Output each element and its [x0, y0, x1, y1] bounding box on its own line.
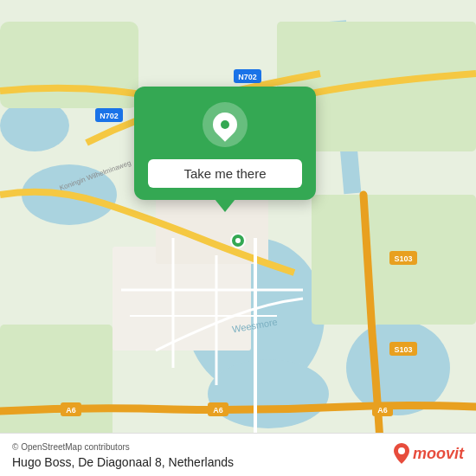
svg-text:N702: N702	[238, 73, 257, 81]
location-pin-icon	[208, 107, 242, 142]
svg-text:A6: A6	[66, 406, 76, 415]
moovit-pin-icon	[394, 443, 409, 464]
map-container: N702 N702 S103 S103 A6 A6 A6 Weesmore Ko…	[0, 0, 476, 476]
moovit-brand-text: moovit	[413, 445, 464, 463]
take-me-there-button[interactable]: Take me there	[148, 159, 302, 188]
svg-text:S103: S103	[394, 345, 412, 354]
svg-rect-7	[0, 22, 138, 108]
svg-text:A6: A6	[377, 406, 388, 415]
svg-point-6	[346, 320, 450, 415]
location-icon-circle	[203, 102, 248, 147]
svg-point-35	[235, 238, 241, 243]
moovit-logo: moovit	[394, 443, 464, 464]
popup-card: Take me there	[134, 87, 316, 200]
svg-text:S103: S103	[394, 254, 412, 263]
svg-point-36	[398, 447, 405, 454]
svg-point-5	[208, 359, 329, 428]
svg-text:A6: A6	[213, 406, 223, 415]
svg-text:N702: N702	[100, 112, 119, 120]
